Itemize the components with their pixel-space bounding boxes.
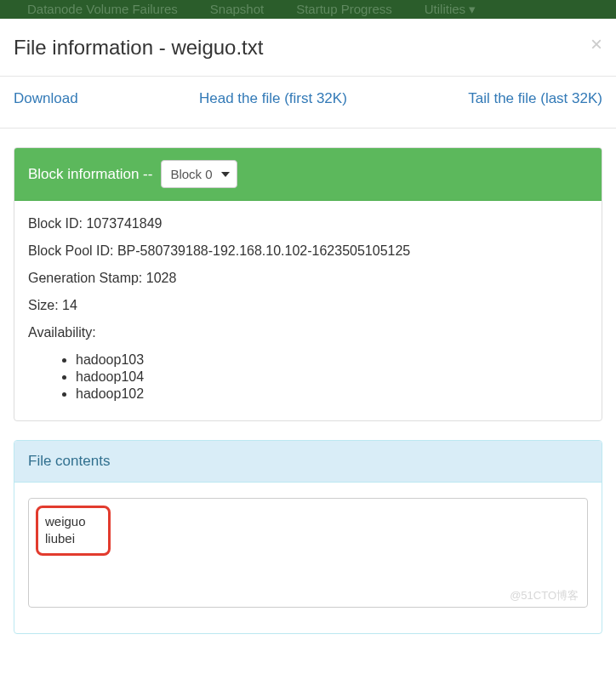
block-info-panel: Block information -- Block 0 Block ID: 1… [14,147,602,421]
size-label: Size: [28,298,62,312]
download-link[interactable]: Download [14,90,78,107]
file-info-modal: File information - weiguo.txt × Download… [0,19,616,634]
availability-label: Availability: [28,325,588,340]
nav-item-snapshot[interactable]: Snapshot [210,0,264,16]
block-pool-value: BP-580739188-192.168.10.102-162350510512… [117,243,410,258]
block-id-row: Block ID: 1073741849 [28,216,588,231]
watermark: @51CTO博客 [510,588,579,603]
genstamp-label: Generation Stamp: [28,271,146,285]
block-info-heading-label: Block information -- [28,166,152,183]
file-contents-panel: File contents weiguo liubei @51CTO博客 [14,440,602,634]
file-contents-textarea[interactable]: weiguo liubei @51CTO博客 [28,498,588,608]
file-line: liubei [45,530,86,547]
block-select[interactable]: Block 0 [161,160,237,188]
highlight-annotation: weiguo liubei [36,506,111,556]
file-actions: Download Head the file (first 32K) Tail … [0,77,616,129]
file-contents-heading: File contents [14,441,602,483]
block-pool-row: Block Pool ID: BP-580739188-192.168.10.1… [28,243,588,259]
list-item: hadoop103 [76,352,588,368]
head-file-link[interactable]: Head the file (first 32K) [199,90,347,107]
block-pool-label: Block Pool ID: [28,243,117,258]
nav-item-utilities[interactable]: Utilities ▾ [425,0,476,17]
size-row: Size: 14 [28,298,588,313]
modal-title: File information - weiguo.txt [14,34,263,60]
size-value: 14 [62,298,77,312]
block-id-value: 1073741849 [86,216,162,231]
modal-header: File information - weiguo.txt × [0,19,616,77]
file-line: weiguo [45,513,86,530]
file-contents-body: weiguo liubei @51CTO博客 [14,483,602,633]
genstamp-value: 1028 [146,271,177,285]
block-id-label: Block ID: [28,216,86,231]
nav-item-datanode[interactable]: Datanode Volume Failures [27,0,178,16]
nav-item-startup[interactable]: Startup Progress [296,0,392,16]
list-item: hadoop104 [76,369,588,385]
availability-list: hadoop103 hadoop104 hadoop102 [28,352,588,402]
genstamp-row: Generation Stamp: 1028 [28,271,588,286]
top-nav: Datanode Volume Failures Snapshot Startu… [0,0,616,19]
block-info-heading: Block information -- Block 0 [14,148,602,201]
close-icon[interactable]: × [590,34,602,54]
tail-file-link[interactable]: Tail the file (last 32K) [468,90,602,107]
block-info-body: Block ID: 1073741849 Block Pool ID: BP-5… [14,201,602,420]
list-item: hadoop102 [76,386,588,402]
